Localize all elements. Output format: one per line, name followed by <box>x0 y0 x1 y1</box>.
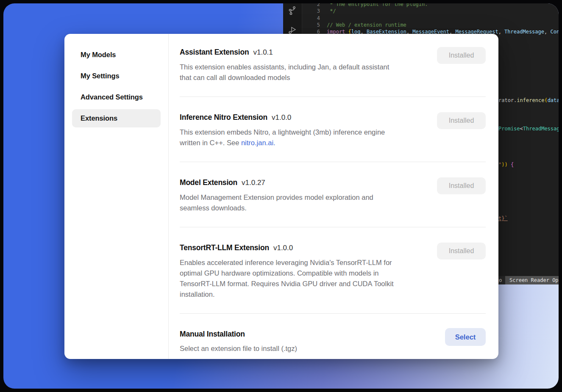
code-token: ContentType <box>550 29 559 35</box>
extension-version: v1.0.1 <box>253 47 273 58</box>
extension-description: Select an extension file to install (.tg… <box>180 343 297 354</box>
code-token: * The entrypoint for the plugin. <box>327 3 428 7</box>
code-fragment: ")) { <box>498 161 514 168</box>
line-number: 2 <box>302 3 327 8</box>
extension-row-tensorrt-llm: TensortRT-LLM Extension v1.0.0 Enables a… <box>180 227 486 314</box>
code-fragment: Promise<ThreadMessage> <box>498 125 559 132</box>
sidebar-item-advanced-settings[interactable]: Advanced Settings <box>72 88 161 106</box>
extension-name: Assistant Extension <box>180 47 249 57</box>
line-number: 3 <box>302 8 327 14</box>
code-token: , <box>498 29 504 35</box>
extension-description: This extension embeds Nitro, a lightweig… <box>180 127 385 148</box>
code-line: 3 */ <box>302 8 559 14</box>
extension-version: v1.0.0 <box>273 243 293 253</box>
extension-name: Model Extension <box>180 177 237 188</box>
extension-name: TensortRT-LLM Extension <box>180 243 269 253</box>
extension-row-manual-installation: Manual Installation Select an extension … <box>180 314 486 367</box>
extensions-list: Assistant Extension v1.0.1 This extensio… <box>169 34 498 359</box>
installed-button[interactable]: Installed <box>437 112 486 129</box>
code-token: < <box>520 126 523 132</box>
extension-description: Enables accelerated inference leveraging… <box>180 257 394 300</box>
nitro-jan-ai-link[interactable]: nitro.jan.ai. <box>241 139 275 146</box>
extension-row-inference-nitro: Inference Nitro Extension v1.0.0 This ex… <box>180 97 486 162</box>
installed-button[interactable]: Installed <box>437 47 486 64</box>
editor-code-lines: 2 * The entrypoint for the plugin.3 */45… <box>302 3 559 35</box>
code-token: ThreadMessage <box>504 29 544 35</box>
code-token: t}` <box>498 215 508 221</box>
code-token: , <box>544 29 550 35</box>
code-fragment: rator.inference(data)); <box>498 97 559 104</box>
sidebar-item-my-models[interactable]: My Models <box>72 46 161 64</box>
line-number: 5 <box>302 22 327 28</box>
code-line: 4 <box>302 15 559 22</box>
code-token: rator. <box>498 97 517 103</box>
screen-reader-chip[interactable]: Screen Reader Optimized <box>505 276 559 284</box>
code-line: 5// Web / extension runtime <box>302 22 559 28</box>
code-token: // Web / extension runtime <box>327 22 406 28</box>
code-token: data <box>548 97 559 103</box>
run-debug-icon[interactable] <box>287 25 298 35</box>
code-token <box>508 162 511 168</box>
code-text: */ <box>327 8 336 14</box>
extension-name: Inference Nitro Extension <box>180 112 267 122</box>
extension-row-assistant: Assistant Extension v1.0.1 This extensio… <box>180 34 486 97</box>
installed-button[interactable]: Installed <box>437 243 486 259</box>
extension-name: Manual Installation <box>180 329 245 339</box>
extension-description: Model Management Extension provides mode… <box>180 192 373 213</box>
app-window: 2 * The entrypoint for the plugin.3 */45… <box>3 3 559 389</box>
extension-version: v1.0.27 <box>242 178 265 188</box>
code-token: inference <box>517 97 544 103</box>
sidebar-item-my-settings[interactable]: My Settings <box>72 67 161 85</box>
source-control-icon[interactable] <box>287 6 298 16</box>
code-fragment: t}` <box>498 215 508 222</box>
settings-modal: My Models My Settings Advanced Settings … <box>64 34 498 359</box>
settings-sidebar: My Models My Settings Advanced Settings … <box>64 34 169 359</box>
sidebar-item-extensions[interactable]: Extensions <box>72 109 161 127</box>
code-text: * The entrypoint for the plugin. <box>327 3 428 8</box>
extension-description: This extension enables assistants, inclu… <box>180 62 389 83</box>
code-token: ( <box>544 97 547 103</box>
code-line: 2 * The entrypoint for the plugin. <box>302 3 559 8</box>
code-token: */ <box>327 8 336 14</box>
code-text: // Web / extension runtime <box>327 22 406 28</box>
code-token: { <box>511 162 514 168</box>
select-button[interactable]: Select <box>445 328 486 346</box>
extension-version: v1.0.0 <box>272 113 291 123</box>
code-token: )) <box>501 162 507 168</box>
extension-row-model: Model Extension v1.0.27 Model Management… <box>180 162 486 227</box>
line-number: 4 <box>302 15 327 22</box>
screenshot-stage: 2 * The entrypoint for the plugin.3 */45… <box>0 0 562 392</box>
code-token: Promise <box>498 126 520 132</box>
code-token: ThreadMessage <box>523 126 559 132</box>
installed-button[interactable]: Installed <box>437 177 486 194</box>
